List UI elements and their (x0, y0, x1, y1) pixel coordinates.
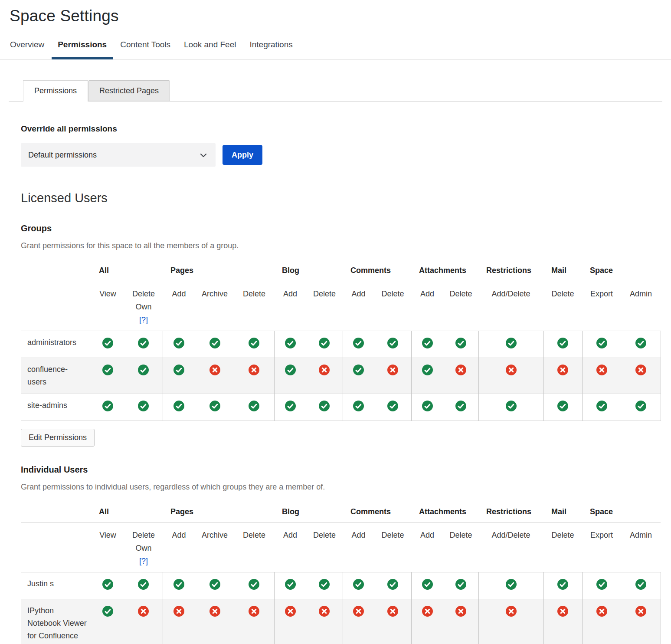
permission-allowed-icon (596, 579, 607, 590)
column-header-add: Add (274, 522, 306, 572)
permission-allowed-icon (353, 401, 364, 411)
permission-allowed-icon (353, 579, 364, 590)
permission-cell (274, 599, 306, 644)
permission-denied-icon (635, 606, 646, 617)
edit-permissions-button[interactable]: Edit Permissions (21, 429, 95, 447)
permission-cell (582, 599, 621, 644)
row-label: confluence-users (21, 358, 91, 394)
permission-cell (374, 572, 411, 599)
permission-cell (124, 572, 163, 599)
permission-cell (343, 358, 374, 394)
permission-allowed-icon (319, 579, 330, 590)
permission-denied-icon (557, 365, 568, 375)
column-group-attachments: Attachments (411, 503, 478, 522)
nav-tab-integrations[interactable]: Integrations (249, 40, 293, 59)
permission-denied-icon (557, 606, 568, 617)
permission-allowed-icon (455, 401, 466, 411)
subtab-restricted-pages[interactable]: Restricted Pages (88, 80, 170, 101)
column-header-archive: Archive (195, 281, 234, 331)
permission-cell (91, 394, 124, 421)
permission-denied-icon (506, 365, 517, 375)
permission-allowed-icon (422, 338, 433, 348)
permission-allowed-icon (138, 401, 149, 411)
permission-denied-icon (596, 365, 607, 375)
permission-allowed-icon (557, 401, 568, 411)
apply-button[interactable]: Apply (223, 145, 262, 165)
nav-tab-permissions[interactable]: Permissions (57, 40, 107, 59)
permission-cell (621, 599, 661, 644)
permission-denied-icon (596, 606, 607, 617)
column-group-all: All (91, 262, 163, 281)
permission-cell (306, 394, 343, 421)
permission-cell (306, 358, 343, 394)
groups-permissions-table: AllPagesBlogCommentsAttachmentsRestricti… (21, 262, 661, 421)
permission-cell (124, 331, 163, 358)
permission-cell (374, 358, 411, 394)
permission-allowed-icon (209, 579, 220, 590)
permission-allowed-icon (387, 579, 398, 590)
permission-allowed-icon (285, 338, 296, 348)
permission-cell (374, 394, 411, 421)
licensed-users-heading: Licensed Users (21, 191, 661, 205)
permission-cell (195, 394, 234, 421)
column-header-export: Export (582, 522, 621, 572)
column-group-blog: Blog (274, 503, 343, 522)
permission-allowed-icon (596, 401, 607, 411)
permission-cell (411, 599, 443, 644)
permission-allowed-icon (173, 579, 184, 590)
permission-denied-icon (387, 365, 398, 375)
column-header-delete: Delete (443, 281, 478, 331)
delete-own-help-link[interactable]: [?] (124, 313, 163, 326)
permissions-preset-select[interactable]: Default permissions (21, 143, 216, 167)
permission-denied-icon (353, 606, 364, 617)
permission-denied-icon (319, 606, 330, 617)
permission-allowed-icon (102, 579, 113, 590)
permission-cell (582, 394, 621, 421)
permission-allowed-icon (319, 401, 330, 411)
permission-cell (234, 599, 274, 644)
permission-cell (343, 599, 374, 644)
permission-cell (91, 358, 124, 394)
permission-cell (411, 331, 443, 358)
row-label: site-admins (21, 394, 91, 421)
subtab-permissions[interactable]: Permissions (23, 80, 88, 102)
permission-cell (274, 358, 306, 394)
column-group-comments: Comments (343, 262, 411, 281)
permission-allowed-icon (557, 338, 568, 348)
column-header-export: Export (582, 281, 621, 331)
permission-allowed-icon (173, 365, 184, 375)
permission-cell (443, 358, 478, 394)
permission-cell (163, 358, 195, 394)
permission-cell (411, 394, 443, 421)
permission-allowed-icon (173, 401, 184, 411)
permission-cell (443, 599, 478, 644)
column-group-restrictions: Restrictions (478, 262, 543, 281)
permission-cell (443, 572, 478, 599)
permission-cell (274, 572, 306, 599)
permission-cell (195, 331, 234, 358)
column-header-delete: Delete (543, 281, 582, 331)
permission-cell (234, 331, 274, 358)
permission-denied-icon (506, 606, 517, 617)
delete-own-help-link[interactable]: [?] (124, 555, 163, 568)
permission-cell (543, 331, 582, 358)
permission-allowed-icon (249, 579, 259, 590)
column-header-view: View (91, 281, 124, 331)
permission-cell (621, 394, 661, 421)
nav-tab-look-and-feel[interactable]: Look and Feel (183, 40, 236, 59)
permission-cell (163, 331, 195, 358)
column-header-add: Add (163, 522, 195, 572)
permission-cell (306, 599, 343, 644)
permission-allowed-icon (506, 338, 517, 348)
permission-cell (91, 572, 124, 599)
nav-tab-content-tools[interactable]: Content Tools (120, 40, 171, 59)
permission-cell (343, 572, 374, 599)
permission-allowed-icon (455, 338, 466, 348)
permission-denied-icon (173, 606, 184, 617)
permission-cell (234, 572, 274, 599)
nav-tab-overview[interactable]: Overview (10, 40, 45, 59)
permission-cell (543, 599, 582, 644)
individual-users-heading: Individual Users (21, 465, 661, 475)
permission-allowed-icon (596, 338, 607, 348)
permission-allowed-icon (635, 401, 646, 411)
